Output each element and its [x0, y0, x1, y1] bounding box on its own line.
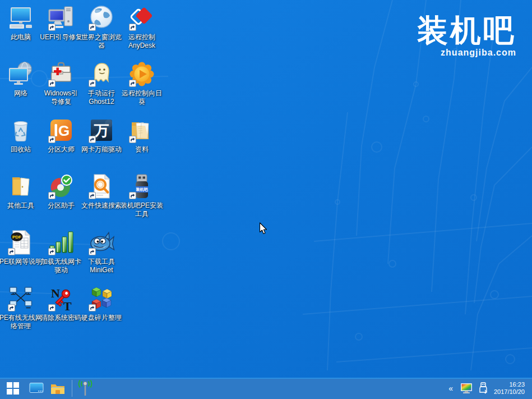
desktop-icon-other-tools[interactable]: 其他工具 [1, 172, 41, 228]
shortcut-arrow-icon [48, 24, 55, 31]
signal-bars-icon [48, 229, 75, 256]
file-search-icon [88, 173, 115, 200]
shortcut-arrow-icon [89, 248, 96, 255]
icon-label: 装机吧PE安装 工具 [118, 201, 166, 218]
tray-display-settings-icon[interactable] [460, 383, 473, 394]
svg-text:T: T [63, 299, 72, 312]
shortcut-arrow-icon [89, 192, 96, 199]
shortcut-arrow-icon [129, 136, 136, 143]
icon-label: 远程控制 AnyDesk [118, 33, 166, 50]
icon-label: 资料 [118, 145, 166, 154]
wan-driver-icon: 万 [88, 117, 115, 144]
desktop-icon-documents[interactable]: 资料 [122, 116, 162, 172]
svg-text:装机吧: 装机吧 [136, 187, 149, 192]
taskbar: « 16:23 2017/10/20 [0, 378, 532, 399]
taskbar-separator [72, 380, 72, 397]
nt-password-key-icon: N T [48, 285, 75, 312]
desktop-icon-this-pc[interactable]: 此电脑 [1, 3, 41, 59]
diskgenius-icon: G [48, 117, 75, 144]
desktop-icon-wireless-nic-driver[interactable]: 加载无线网卡 驱动 [41, 228, 81, 284]
this-pc-icon [7, 4, 34, 31]
tray-clock[interactable]: 16:23 2017/10/20 [494, 381, 526, 396]
desktop-icon-recycle-bin[interactable]: 回收站 [1, 116, 41, 172]
shortcut-arrow-icon [8, 248, 15, 255]
start-button[interactable] [0, 378, 26, 399]
computer-tower-icon [48, 4, 75, 31]
screen: 装机吧 zhuangjiba.com 此电脑 [0, 0, 532, 399]
antenna-signal-icon [77, 380, 93, 397]
desktop-icon-disk-defrag[interactable]: 硬盘碎片整理 [81, 284, 122, 340]
desktop-icon-uefi-boot-repair[interactable]: UEFI引导修复 [41, 3, 81, 59]
shortcut-arrow-icon [48, 80, 55, 87]
usb-drive-icon: 装机吧 [128, 173, 155, 200]
documents-folder-icon [128, 117, 155, 144]
shortcut-arrow-icon [48, 248, 55, 255]
clock-time: 16:23 [494, 381, 525, 388]
tray-usb-eject-icon[interactable] [479, 382, 488, 395]
desktop-icon-universal-nic-driver[interactable]: 万 网卡万能驱动 [81, 116, 122, 172]
anydesk-diamond-icon [128, 4, 155, 31]
globe-browser-icon [88, 4, 115, 31]
shortcut-arrow-icon [48, 304, 55, 311]
svg-text:N: N [51, 286, 60, 300]
svg-text:PDF: PDF [12, 235, 21, 240]
pdf-document-icon: PDF [7, 229, 34, 256]
desktop-icon-network[interactable]: 网络 [1, 59, 41, 116]
shortcut-arrow-icon [129, 80, 136, 87]
ghost-icon [88, 61, 115, 88]
network-topology-icon [7, 285, 34, 312]
folder-open-icon [7, 173, 34, 200]
icon-label: 硬盘碎片整理 [77, 314, 126, 322]
desktop-icon-run-ghost12[interactable]: 手动运行 Ghost12 [81, 59, 122, 116]
desktop-icon-zhuangjiba-pe-installer[interactable]: 装机吧 装机吧PE安装 工具 [122, 172, 162, 228]
desktop-icon-pe-network-manager[interactable]: PE有线无线网 络管理 [1, 284, 41, 340]
network-icon [7, 61, 34, 88]
desktop-icon-windows-boot-repair[interactable]: Widnows引 导修复 [41, 59, 81, 116]
desktop-icon-partition-assistant[interactable]: 分区助手 [41, 172, 81, 228]
desktop-icon-file-quick-search[interactable]: 文件快速搜索 [81, 172, 122, 228]
taskbar-wireless-tool-button[interactable] [75, 378, 96, 399]
shortcut-arrow-icon [89, 80, 96, 87]
desktop-icon-anydesk[interactable]: 远程控制 AnyDesk [122, 3, 162, 59]
sunflower-icon [128, 61, 155, 88]
shortcut-arrow-icon [8, 304, 15, 311]
svg-text:G: G [58, 122, 70, 139]
defrag-cubes-icon [88, 285, 115, 312]
folder-explorer-icon [50, 383, 65, 395]
clock-date: 2017/10/20 [494, 388, 525, 396]
icon-label: 远程控制向日 葵 [118, 89, 166, 106]
display-icon [29, 382, 44, 395]
windows-logo-icon [7, 382, 19, 395]
desktop-icon-miniget[interactable]: 下载工具 MiniGet [81, 228, 122, 284]
desktop-icon-sunflower-remote[interactable]: 远程控制向日 葵 [122, 59, 162, 116]
desktop-icon-world-window-browser[interactable]: 世界之窗浏览 器 [81, 3, 122, 59]
recycle-bin-icon [7, 117, 34, 144]
shortcut-arrow-icon [89, 24, 96, 31]
taskbar-display-tool-button[interactable] [26, 378, 47, 399]
shortcut-arrow-icon [48, 136, 55, 143]
tray-expand-chevron[interactable]: « [447, 382, 454, 395]
shortcut-arrow-icon [48, 192, 55, 199]
desktop-icon-grid: 此电脑 网络 [1, 3, 162, 340]
shortcut-arrow-icon [89, 136, 96, 143]
shark-icon [88, 229, 115, 256]
taskbar-file-explorer-button[interactable] [47, 378, 68, 399]
partition-pie-icon [48, 173, 75, 200]
desktop-icon-pe-network-guide[interactable]: PDF PE联网等说明 [1, 228, 41, 284]
repair-toolbox-icon [48, 61, 75, 88]
shortcut-arrow-icon [129, 192, 136, 199]
shortcut-arrow-icon [129, 24, 136, 31]
desktop-icon-partition-master[interactable]: G 分区大师 [41, 116, 81, 172]
desktop-icon-clear-system-password[interactable]: N T 清除系统密码 [41, 284, 81, 340]
system-tray: « 16:23 2017/10/20 [447, 378, 532, 399]
shortcut-arrow-icon [89, 304, 96, 311]
icon-label: 下载工具 MiniGet [77, 258, 126, 274]
